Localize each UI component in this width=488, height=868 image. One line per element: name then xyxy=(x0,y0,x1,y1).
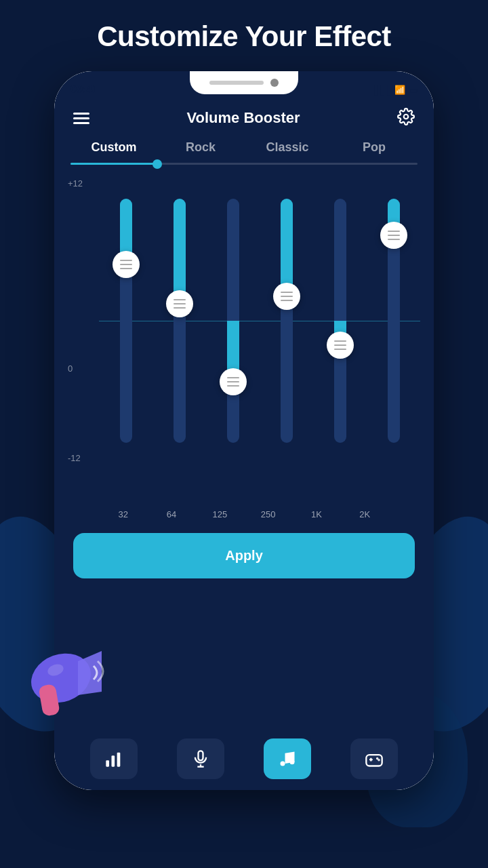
nav-game[interactable] xyxy=(350,738,398,779)
app-header: Volume Booster xyxy=(54,96,434,135)
tab-classic[interactable]: Classic xyxy=(244,135,331,160)
slider-1k-track[interactable] xyxy=(334,199,346,443)
status-time: 09:41 xyxy=(70,83,98,96)
svg-rect-3 xyxy=(117,753,121,767)
slider-64-fill xyxy=(174,199,186,304)
freq-1k: 1K xyxy=(300,509,333,519)
app-title: Volume Booster xyxy=(186,109,300,127)
slider-1k-thumb[interactable] xyxy=(327,332,354,359)
equalizer-area: +12 0 -12 xyxy=(54,165,434,504)
svg-point-11 xyxy=(378,760,379,760)
svg-rect-1 xyxy=(106,760,109,766)
wifi-icon: 📶 xyxy=(394,85,405,95)
signal-icon: ▐▐▐ xyxy=(371,85,390,95)
slider-32 xyxy=(120,178,132,463)
slider-250-thumb[interactable] xyxy=(273,283,300,310)
hamburger-button[interactable] xyxy=(73,110,89,127)
status-icons: ▐▐▐ 📶 ▭ xyxy=(371,85,418,95)
svg-point-7 xyxy=(281,762,285,766)
freq-64: 64 xyxy=(155,509,188,519)
slider-32-thumb[interactable] xyxy=(113,251,140,278)
phone-frame: 09:41 ▐▐▐ 📶 ▭ Volume Booster xyxy=(54,71,434,790)
slider-32-track[interactable] xyxy=(120,199,132,443)
eq-label-top: +12 xyxy=(68,178,95,189)
apply-button-container: Apply xyxy=(54,519,434,592)
eq-label-bot: -12 xyxy=(68,453,95,463)
eq-label-mid: 0 xyxy=(68,363,95,374)
tab-pop[interactable]: Pop xyxy=(331,135,418,160)
tab-rock[interactable]: Rock xyxy=(157,135,244,160)
nav-mic[interactable] xyxy=(177,738,224,779)
settings-button[interactable] xyxy=(397,108,415,128)
megaphone-decoration xyxy=(14,631,102,719)
slider-250 xyxy=(281,178,293,463)
nav-equalizer[interactable] xyxy=(90,738,138,779)
svg-point-0 xyxy=(404,115,409,119)
tabs-container: Custom Rock Classic Pop xyxy=(54,135,434,165)
notch-bar xyxy=(209,81,264,85)
slider-2k-track[interactable] xyxy=(388,199,400,443)
eq-y-labels: +12 0 -12 xyxy=(68,178,95,463)
slider-125-thumb[interactable] xyxy=(220,368,247,395)
slider-64 xyxy=(174,178,186,463)
apply-button[interactable]: Apply xyxy=(73,533,415,578)
freq-labels: 32 64 125 250 1K 2K xyxy=(54,504,434,519)
bottom-nav xyxy=(54,728,434,790)
freq-32: 32 xyxy=(106,509,140,519)
phone-screen: 09:41 ▐▐▐ 📶 ▭ Volume Booster xyxy=(54,71,434,790)
nav-music[interactable] xyxy=(264,738,311,779)
eq-grid xyxy=(99,178,420,463)
svg-rect-4 xyxy=(199,751,203,760)
svg-marker-13 xyxy=(78,651,102,695)
slider-2k-thumb[interactable] xyxy=(380,222,407,249)
svg-point-8 xyxy=(290,760,295,764)
phone-notch xyxy=(190,71,298,94)
notch-camera xyxy=(270,79,279,87)
freq-2k: 2K xyxy=(348,509,382,519)
slider-2k xyxy=(388,178,400,463)
slider-64-track[interactable] xyxy=(174,199,186,443)
slider-125 xyxy=(227,178,239,463)
battery-icon: ▭ xyxy=(409,85,418,95)
tab-custom[interactable]: Custom xyxy=(70,135,157,160)
slider-250-track[interactable] xyxy=(281,199,293,443)
slider-125-track[interactable] xyxy=(227,199,239,443)
svg-point-10 xyxy=(377,758,378,759)
slider-64-thumb[interactable] xyxy=(166,290,193,317)
svg-rect-2 xyxy=(112,755,115,766)
slider-1k xyxy=(334,178,346,463)
tabs-row: Custom Rock Classic Pop xyxy=(70,135,418,160)
slider-250-fill xyxy=(281,199,293,296)
page-title: Customize Your Effect xyxy=(0,20,488,53)
sliders-row xyxy=(99,178,420,463)
freq-250: 250 xyxy=(251,509,285,519)
freq-125: 125 xyxy=(203,509,237,519)
